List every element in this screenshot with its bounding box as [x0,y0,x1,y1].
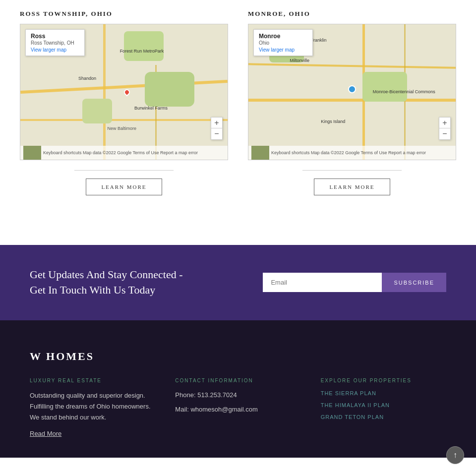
monroe-zoom-out[interactable]: − [439,128,450,139]
ross-zoom-out[interactable]: − [211,128,222,139]
footer-properties-label: Explore Our Properties [321,378,446,383]
footer-phone: Phone: 513.253.7024 [175,390,300,400]
ross-place-name: Ross [31,33,79,40]
footer-section: W Homes Luxury Real Estate Outstanding q… [0,320,476,458]
footer-logo: W Homes [30,350,446,363]
footer-about-line1: Outstanding quality and superior design. [30,392,145,399]
monroe-thumbnail [251,146,269,160]
ross-info-box: Ross Ross Township, OH View larger map [25,29,85,56]
monroe-zoom-in[interactable]: + [439,118,450,128]
ross-divider [74,170,174,171]
monroe-map-label: Miltonville [290,58,310,63]
ross-map[interactable]: Forest Run MetroPark Shandon Burwinkel F… [20,24,228,160]
subscribe-button[interactable]: Subscribe [382,273,446,292]
subscribe-heading-line1: Get Updates And Stay Connected - [30,268,183,281]
footer-contact-col: Contact Information Phone: 513.253.7024 … [175,378,300,438]
ross-map-label: Forest Run MetroPark [120,49,164,54]
footer-prop-himalaya[interactable]: The Himalaya II Plan [321,402,446,408]
ross-view-larger-link[interactable]: View larger map [31,47,79,53]
footer-phone-label: Phone: [175,391,195,399]
ross-township-card: Ross Township, Ohio Forest Run MetroPark… [20,10,228,195]
section-spacer [0,215,476,245]
subscribe-section: Get Updates And Stay Connected - Get In … [0,245,476,320]
ross-zoom-in[interactable]: + [211,118,222,128]
monroe-map-label: Franklin [310,38,326,43]
monroe-attribution: Keyboard shortcuts Map data ©2022 Google… [271,150,426,155]
monroe-view-larger-link[interactable]: View larger map [259,47,307,53]
footer-about-col: Luxury Real Estate Outstanding quality a… [30,378,155,438]
ross-zoom-controls: + − [211,117,223,140]
footer-prop-sierra[interactable]: The Sierra Plan [321,390,446,396]
monroe-title: Monroe, Ohio [248,10,310,18]
subscribe-heading-line2: Get In Touch With Us Today [30,284,155,296]
ross-map-label: New Baltimore [108,126,137,131]
ross-map-label: Shandon [78,76,96,81]
scroll-top-icon: ↑ [453,451,457,458]
monroe-card: Monroe, Ohio Franklin Miltonville Monroe… [248,10,456,195]
monroe-zoom-controls: + − [439,117,451,140]
footer-mail-label: Mail: [175,406,188,413]
footer-prop-grand-teton[interactable]: Grand Teton Plan [321,414,446,420]
ross-attribution: Keyboard shortcuts Map data ©2022 Google… [43,150,198,155]
monroe-map-marker [348,85,356,93]
monroe-divider [302,170,402,171]
footer-properties-col: Explore Our Properties The Sierra Plan T… [321,378,446,438]
footer-luxury-label: Luxury Real Estate [30,378,155,383]
footer-contact-label: Contact Information [175,378,300,383]
footer-about-line3: We stand behind our work. [30,414,106,421]
monroe-map-label: Monroe-Bicentennial Commons [373,89,435,94]
footer-about-text: Outstanding quality and superior design.… [30,390,155,423]
footer-phone-value: 513.253.7024 [197,391,237,399]
maps-section: Ross Township, Ohio Forest Run MetroPark… [0,0,476,215]
monroe-map-label: Kings Island [321,119,345,124]
ross-map-footer: Keyboard shortcuts Map data ©2022 Google… [20,146,228,160]
footer-grid: Luxury Real Estate Outstanding quality a… [30,378,446,438]
ross-thumbnail [23,146,41,160]
monroe-map[interactable]: Franklin Miltonville Monroe-Bicentennial… [248,24,456,160]
monroe-map-footer: Keyboard shortcuts Map data ©2022 Google… [248,146,456,160]
email-input[interactable] [263,273,382,292]
ross-map-label: Burwinkel Farms [134,106,168,111]
footer-mail-value: whomesoh@gmail.com [190,406,257,413]
ross-learn-more-button[interactable]: Learn More [86,178,162,195]
ross-title: Ross Township, Ohio [20,10,113,18]
monroe-info-box: Monroe Ohio View larger map [253,29,313,56]
footer-email: Mail: whomesoh@gmail.com [175,405,300,415]
footer-about-line2: Fulfilling the dreams of Ohio homeowners… [30,403,151,410]
monroe-place-sub: Ohio [259,40,307,46]
monroe-learn-more-button[interactable]: Learn More [314,178,390,195]
subscribe-form: Subscribe [263,273,446,292]
subscribe-heading: Get Updates And Stay Connected - Get In … [30,267,183,298]
monroe-place-name: Monroe [259,33,307,40]
ross-place-sub: Ross Township, OH [31,40,79,46]
read-more-link[interactable]: Read More [30,430,61,437]
